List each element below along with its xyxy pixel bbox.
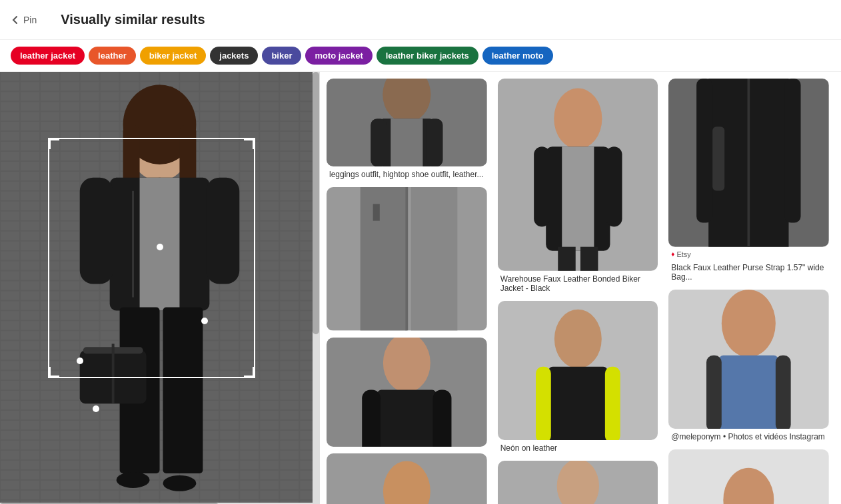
svg-rect-55 [605,367,620,440]
svg-point-21 [163,475,196,491]
svg-rect-30 [411,187,458,330]
svg-point-75 [722,290,776,357]
pin-card-pin1[interactable]: leggings outfit, hightop shoe outfit, le… [327,79,487,180]
tag-jackets[interactable]: jackets [210,47,258,65]
back-label: Pin [23,15,37,25]
pin-card-pin3[interactable]: ♦ EtsyBlack Faux Leather Purse Strap 1.5… [668,79,829,283]
pin-card-pin10[interactable] [327,453,487,504]
pin-card-pin2[interactable]: Warehouse Faux Leather Bonded Biker Jack… [498,79,658,294]
tag-moto-jacket[interactable]: moto jacket [305,47,372,65]
pin-card-pin7[interactable] [327,338,487,447]
pin-image-pin5 [498,301,658,440]
tag-leather-biker-jackets[interactable]: leather biker jackets [377,47,478,65]
pin-image-pin2 [498,79,658,271]
svg-rect-32 [373,204,380,221]
svg-point-57 [556,461,598,504]
corner-tr [244,138,255,149]
main-image [0,72,319,504]
selection-box [48,138,255,378]
svg-rect-25 [371,119,387,166]
pin-image-pin3 [668,79,829,247]
page-title: Visually similar results [50,7,215,33]
svg-rect-48 [562,146,594,250]
svg-rect-35 [377,389,436,447]
pin-image-pin6 [668,290,829,429]
svg-point-52 [554,309,602,368]
svg-rect-76 [719,356,778,429]
svg-rect-71 [785,79,801,223]
pin-image-pin4 [327,187,487,330]
corner-bl [49,367,59,378]
pin-caption-pin3: Black Faux Leather Purse Strap 1.57" wid… [668,260,829,283]
corner-tl [49,138,59,149]
svg-rect-50 [580,247,598,271]
back-button[interactable]: Pin [11,15,37,25]
main-layout: leggings outfit, hightop shoe outfit, le… [0,72,841,504]
svg-rect-78 [776,356,791,429]
left-panel [0,72,320,504]
tag-biker[interactable]: biker [262,47,301,65]
header: Pin Visually similar results [0,0,841,40]
v-scrollbar-thumb [313,72,319,334]
svg-rect-37 [433,389,452,447]
svg-rect-47 [606,146,622,226]
tag-biker-jacket[interactable]: biker jacket [140,47,207,65]
tag-leather-jacket[interactable]: leather jacket [11,47,85,65]
svg-point-44 [554,88,602,148]
pin-image-pin1 [327,79,487,166]
pin-image-pin8 [498,461,658,504]
svg-rect-73 [713,126,725,190]
svg-rect-49 [558,247,575,271]
right-content[interactable]: leggings outfit, hightop shoe outfit, le… [320,72,841,504]
vertical-scrollbar[interactable] [313,72,319,504]
svg-rect-77 [706,356,722,429]
chevron-left-icon [11,15,20,25]
svg-point-20 [117,472,150,488]
pin-image-pin10 [327,453,487,504]
focus-dot [77,358,83,364]
svg-rect-26 [426,119,442,166]
focus-dot [93,405,99,412]
tag-leather-moto[interactable]: leather moto [482,47,553,65]
focus-dot [157,244,163,250]
pin-card-pin5[interactable]: Neón on leather [498,301,658,454]
focus-dot [201,318,208,324]
svg-rect-29 [361,187,407,330]
svg-rect-46 [534,146,550,226]
svg-rect-36 [362,389,381,447]
masonry-grid: leggings outfit, hightop shoe outfit, le… [320,79,841,504]
pin-card-pin8[interactable]: PERFECT & CO [498,461,658,504]
pin-card-pin4[interactable] [327,187,487,330]
pin-image-pin9 [668,449,829,504]
pin-source-pin3: ♦ Etsy [668,247,829,260]
pin-caption-pin6: @meleponym • Photos et vidéos Instagram [668,429,829,443]
tag-leather[interactable]: leather [89,47,136,65]
pin-card-pin9[interactable]: ♦ Vinny's Digital EmporiumFaux Leather B… [668,449,829,504]
svg-rect-70 [696,79,712,223]
pin-caption-pin1: leggings outfit, hightop shoe outfit, le… [327,166,487,180]
pin-caption-pin2: Warehouse Faux Leather Bonded Biker Jack… [498,271,658,294]
svg-rect-53 [548,367,608,440]
pin-caption-pin5: Neón on leather [498,440,658,454]
svg-rect-27 [391,119,422,166]
pin-card-pin6[interactable]: @meleponym • Photos et vidéos Instagram [668,290,829,443]
pin-image-pin7 [327,338,487,447]
svg-rect-54 [536,367,551,440]
tags-bar: leather jacketleatherbiker jacketjackets… [0,40,841,72]
corner-br [244,367,255,378]
